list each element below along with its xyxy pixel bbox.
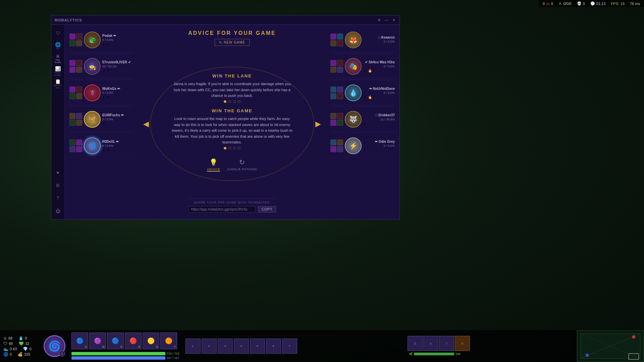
player-stats: 0 / 0.0% [102,38,134,42]
indicator-icon: ✏ [107,69,110,72]
mobalytics-panel: MOBALYTICS ⚙ — ✕ 🛡 🌐 GPI ⚔ PREGAME 📊 POS… [51,15,400,220]
sidebar-item-power[interactable]: ⏻ [52,205,64,217]
avatar: 🎭 [345,58,362,75]
dot[interactable] [233,147,236,149]
item-slot-5[interactable]: 5 [250,339,265,354]
hud-kills: 💀 0 [577,1,585,6]
player-indicators: 🌡 ✏ [102,148,134,152]
ability-f[interactable]: 🟠F [160,333,177,349]
ability-w[interactable]: 🟣W [89,333,106,349]
player-items [69,60,82,73]
dot[interactable] [224,100,226,103]
sidebar-item-help[interactable]: ? [52,192,64,204]
settings-button[interactable]: ⚙ [377,18,381,22]
item-slot-7[interactable]: 7 [282,339,297,354]
player-items [69,86,82,99]
hp-text: 723 / 723 [167,352,179,355]
player-info: ✔ Sh4co Was H3re 0 / 0.0% 🌡 🔥 [363,60,395,72]
ability-e[interactable]: 🔵E [107,333,124,349]
items-bar: 1 2 3 4 5 6 7 [182,339,301,354]
player-name: ✏ NoUrNotDave [363,87,395,90]
item-box [337,139,343,145]
player-stats: 0 / 0.0% [102,118,134,121]
top-hud: 0 vs 0 ⚔ 0/0/0 💀 0 🕐 01:13 FPS: 18 76 ms [539,0,644,7]
gold-icon: 🌿 [409,352,413,356]
item-slot-1[interactable]: 1 [185,339,201,354]
indicator-icon: 🌡 [102,122,106,125]
dot[interactable] [233,100,236,103]
player-row: □ Asaavus 0 / 0.0% 🦊 [328,28,397,52]
player-row: 🐲 Podak ✏ 0 / 0.0% 🌡 ✏ [67,28,136,52]
avatar: 💧 [345,84,362,101]
item-box [69,60,75,66]
dot[interactable] [238,100,240,103]
item-box [69,40,75,46]
dot[interactable] [224,147,226,149]
champion-avatar: 🌀 1 [44,335,65,357]
dot[interactable] [238,147,240,149]
panel-title: MOBALYTICS [55,18,82,22]
player-name: Podak ✏ [102,34,134,38]
player-name: EUWFuchs ✏ [102,113,134,117]
sidebar-item-gpi[interactable]: 🌐 GPI [52,40,64,52]
bottom-hud: ⚔ 68 💧 0 🛡 49 💚 32 👟 0.63 💎 0 🌀 0 💰 325 [0,330,644,362]
hud-vs: vs [546,2,550,6]
sidebar-item-favorites[interactable]: ♥ [52,167,64,178]
minimize-button[interactable]: — [384,18,389,22]
item-slot-3[interactable]: 3 [218,339,233,354]
avatar: 🧙 [84,58,101,75]
ability-r[interactable]: 🔴R [125,333,142,349]
sidebar-item-matchhistory[interactable]: 📋 MATCHHIST [52,78,64,90]
item-box [330,67,336,73]
sidebar-item-pregame[interactable]: ⚔ PREGAME [52,53,64,64]
sidebar-item-postgame[interactable]: 📊 POSTGAME [52,66,64,77]
player-row: ✏ Odin Grey 0 / 0.0% 🌡 ⚡ [328,134,397,158]
new-game-button[interactable]: ↻ NEW GAME [215,39,250,46]
ability-q[interactable]: 🔵Q [71,333,88,349]
share-section: SHARE YOUR PRE GAME WITH TEAMMATES: COPY [188,198,276,216]
next-arrow[interactable]: ▶ [314,120,322,128]
copy-button[interactable]: COPY [258,206,276,213]
stat-box-b[interactable]: B [455,336,470,351]
close-button[interactable]: ✕ [391,18,396,22]
share-link-row: COPY [188,206,276,213]
item-box [76,139,82,145]
panel-titlebar: MOBALYTICS ⚙ — ✕ [51,15,399,25]
ability-d[interactable]: 🟡D [143,333,159,349]
avatar: 🗡 [84,84,101,101]
win-lane-section: WIN THE LANE Janna is very fragile. If y… [172,73,292,103]
player-row: 🗡 WuKnGs ✏ 0 / 0.0% 🌡 ✏ [67,81,136,105]
item-box [69,146,75,152]
item-box [69,34,75,40]
item-box [76,67,82,73]
item-slot-4[interactable]: 4 [234,339,249,354]
item-box [69,86,75,93]
tab-jungle[interactable]: ↻ JUNGLE PATHING [227,158,257,172]
prev-arrow[interactable]: ◀ [142,120,150,128]
stat-box-7[interactable]: 7 [439,336,454,351]
indicator-icon: 🌡 [363,95,367,99]
sword-icon: ⚔ [558,1,562,6]
player-name: 57rustm0LIVER ✔ [102,60,134,64]
item-box [330,34,336,40]
dot[interactable] [228,147,231,149]
item-slot-2[interactable]: 2 [202,339,217,354]
stat-box-s[interactable]: S [408,336,423,351]
stat-box-6[interactable]: 6 [423,336,438,351]
nav-logo: 🛡 [52,27,64,39]
indicator-icon: ✏ [107,95,110,99]
indicator-icon: 🌡 [102,69,106,72]
item-slot-6[interactable]: 6 [266,339,281,354]
player-indicators: 🌡 ✏ [102,42,134,46]
advice-title: ADVICE FOR YOUR GAME [188,30,276,36]
tab-advice[interactable]: 💡 ADVICE [207,158,220,172]
player-stats: 32 / 53.1% [102,65,134,68]
player-row: ✏ NoUrNotDave 0 / 0.0% 🌡 🔥 💧 [328,81,397,105]
lifesteal-icon: 🌀 [3,352,8,357]
advice-tabs: 💡 ADVICE ↻ JUNGLE PATHING [207,158,257,174]
share-link-input[interactable] [188,206,255,213]
player-indicators: 🌡 ✏ [102,95,134,99]
indicator-icon: 🔥 [368,95,372,99]
dot[interactable] [228,100,231,103]
sidebar-item-settings[interactable]: ⚙ [52,180,64,191]
